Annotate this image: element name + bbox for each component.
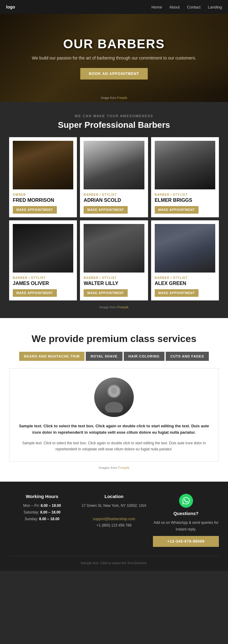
location-title: Location: [81, 494, 147, 499]
hero-title: OUR BARBERS: [32, 37, 196, 51]
appointment-btn-adrian[interactable]: MAKE APPOINTMENT: [84, 206, 128, 214]
footer-grid: Working Hours Mon – Fri: 8.00 – 19.00 Sa…: [9, 494, 219, 547]
service-content: Sample text. Click to select the text bo…: [9, 368, 219, 462]
service-image: [94, 378, 134, 417]
questions-title: Questions?: [153, 511, 219, 516]
barbers-subtitle: WE CAN MAKE YOUR AWESOMENESS: [9, 114, 219, 118]
footer: Working Hours Mon – Fri: 8.00 – 19.00 Sa…: [0, 482, 228, 571]
barber-photo-walter: [84, 224, 144, 273]
freepik-link[interactable]: Freepik: [117, 96, 127, 100]
barbers-section: WE CAN MAKE YOUR AWESOMENESS Super Profe…: [0, 102, 228, 318]
barber-photo-adrian: [84, 141, 144, 189]
tab-hair-coloring[interactable]: HAIR COLORING: [124, 352, 164, 361]
barbers-grid: OWNER FRED MORRISON MAKE APPOINTMENT BAR…: [9, 137, 219, 300]
barber-name-adrian: ADRIAN SCOLD: [84, 198, 144, 203]
service-bold-text: Sample text. Click to select the text bo…: [19, 423, 209, 436]
freepik-link-barbers[interactable]: Freepik: [117, 305, 129, 309]
services-image-credit: Images from Freepik: [9, 466, 219, 469]
barber-card-fred: OWNER FRED MORRISON MAKE APPOINTMENT: [9, 137, 77, 217]
tab-royal-shave[interactable]: ROYAL SHAVE: [86, 352, 122, 361]
barber-role-alex: BARBER / STYLIST: [155, 276, 215, 280]
barber-role-elmer: BARBER / STYLIST: [155, 193, 215, 196]
hero-content: OUR BARBERS We build our passion for the…: [32, 37, 196, 80]
barbers-image-credit: Image from Freepik: [9, 305, 219, 309]
barber-name-walter: WALTER LILLY: [84, 281, 144, 286]
barber-role-fred: OWNER: [13, 193, 73, 196]
navbar: logo Home About Contact Landing: [0, 0, 228, 14]
barber-photo-elmer: [155, 141, 215, 189]
support-email-link[interactable]: support@barbershop.com: [93, 517, 135, 521]
appointment-btn-elmer[interactable]: MAKE APPOINTMENT: [155, 206, 199, 214]
barber-role-james: BARBER / STYLIST: [13, 276, 73, 280]
tab-cuts-fades[interactable]: CUTS AND FADES: [166, 352, 209, 361]
book-appointment-button[interactable]: BOOK AN APPOINTMENT: [80, 68, 147, 80]
barber-card-james: BARBER / STYLIST JAMES OLIVER MAKE APPOI…: [9, 220, 77, 300]
barber-photo-alex: [155, 224, 215, 273]
footer-bottom: Sample text. Click to select the Text El…: [9, 556, 219, 565]
contact-link[interactable]: Contact: [187, 5, 201, 9]
barber-card-adrian: BARBER / STYLIST ADRIAN SCOLD MAKE APPOI…: [80, 137, 148, 217]
hero-image-credit: Image from Freepik: [101, 96, 127, 100]
service-image-svg: [99, 382, 129, 412]
appointment-btn-alex[interactable]: MAKE APPOINTMENT: [155, 289, 199, 297]
services-section: We provide premium class services BEARD …: [0, 318, 228, 482]
hero-section: OUR BARBERS We build our passion for the…: [0, 14, 228, 102]
services-title: We provide premium class services: [9, 333, 219, 344]
working-hours-title: Working Hours: [9, 494, 75, 499]
barber-name-elmer: ELMER BRIGGS: [155, 198, 215, 203]
appointment-btn-walter[interactable]: MAKE APPOINTMENT: [84, 289, 128, 297]
barber-photo-fred: [13, 141, 73, 189]
footer-working-hours: Working Hours Mon – Fri: 8.00 – 19.00 Sa…: [9, 494, 75, 547]
logo: logo: [6, 5, 15, 9]
appointment-btn-fred[interactable]: MAKE APPOINTMENT: [13, 206, 57, 214]
barbers-title: Super Professional Barbers: [9, 120, 219, 130]
questions-text: Add us on WhatsApp & send queries for in…: [153, 520, 219, 533]
working-hours-text: Mon – Fri: 8.00 – 19.00 Saturday: 8.00 –…: [9, 503, 75, 522]
hero-subtitle: We build our passion for the art of barb…: [32, 55, 196, 61]
barber-role-adrian: BARBER / STYLIST: [84, 193, 144, 196]
footer-questions: Questions? Add us on WhatsApp & send que…: [153, 494, 219, 547]
barber-role-walter: BARBER / STYLIST: [84, 276, 144, 280]
barber-name-james: JAMES OLIVER: [13, 281, 73, 286]
nav-links: Home About Contact Landing: [151, 5, 222, 9]
barber-name-alex: ALEX GREEN: [155, 281, 215, 286]
barber-photo-james: [13, 224, 73, 273]
barber-card-alex: BARBER / STYLIST ALEX GREEN MAKE APPOINT…: [151, 220, 219, 300]
svg-point-3: [111, 387, 117, 394]
whatsapp-svg: [182, 497, 190, 504]
whatsapp-phone-button[interactable]: +12-345-678-89089: [153, 536, 219, 547]
barber-name-fred: FRED MORRISON: [13, 198, 73, 203]
tab-beard-mustache[interactable]: BEARD AND MUSTACHE TRIM: [19, 352, 85, 361]
whatsapp-icon[interactable]: [179, 494, 193, 508]
home-link[interactable]: Home: [151, 5, 162, 9]
service-normal-text: Sample text. Click to select the text bo…: [19, 440, 209, 452]
about-link[interactable]: About: [169, 5, 180, 9]
barber-card-walter: BARBER / STYLIST WALTER LILLY MAKE APPOI…: [80, 220, 148, 300]
footer-location: Location 17 Green St, New York, NY 10002…: [81, 494, 147, 547]
location-text: 17 Green St, New York, NY 10002, USA sup…: [81, 503, 147, 529]
landing-link[interactable]: Landing: [208, 5, 222, 9]
barber-card-elmer: BARBER / STYLIST ELMER BRIGGS MAKE APPOI…: [151, 137, 219, 217]
services-tabs: BEARD AND MUSTACHE TRIM ROYAL SHAVE HAIR…: [9, 352, 219, 361]
svg-point-1: [105, 402, 123, 412]
freepik-link-services[interactable]: Freepik: [118, 466, 130, 469]
appointment-btn-james[interactable]: MAKE APPOINTMENT: [13, 289, 57, 297]
